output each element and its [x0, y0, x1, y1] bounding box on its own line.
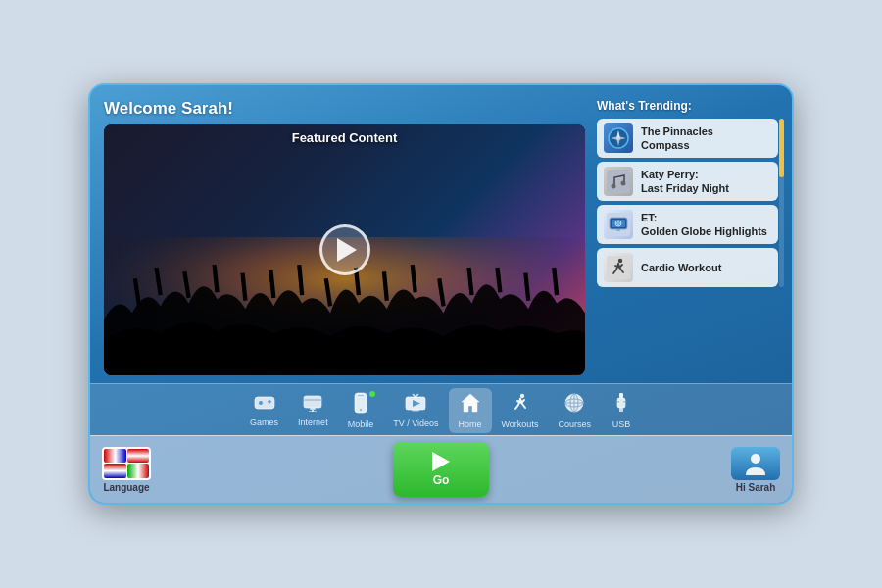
- trending-icon-workout: [604, 253, 633, 282]
- user-label: Hi Sarah: [736, 482, 776, 493]
- trending-item-et[interactable]: ET: Golden Globe Highlights: [597, 205, 778, 244]
- video-area[interactable]: Featured Content: [104, 124, 585, 375]
- svg-marker-30: [462, 394, 479, 412]
- nav-label-courses: Courses: [558, 419, 591, 429]
- nav-item-courses[interactable]: Courses: [548, 388, 601, 433]
- trending-icon-tv: [604, 210, 633, 239]
- left-panel: Welcome Sarah!: [104, 99, 585, 375]
- trending-text-pinnacles: The Pinnacles Compass: [641, 124, 713, 153]
- mobile-dot: [369, 391, 375, 397]
- svg-point-31: [520, 394, 524, 398]
- flag-piece-2: [127, 449, 150, 464]
- go-button[interactable]: Go: [393, 442, 489, 497]
- flag-piece-3: [104, 464, 126, 478]
- play-button[interactable]: [319, 224, 370, 275]
- svg-point-23: [360, 409, 362, 411]
- user-button[interactable]: Hi Sarah: [731, 447, 780, 493]
- mobile-icon: [354, 392, 368, 418]
- svg-rect-13: [255, 397, 274, 409]
- home-icon: [460, 392, 481, 418]
- usb-icon: [611, 392, 632, 418]
- svg-point-12: [618, 259, 622, 263]
- nav-item-mobile[interactable]: Mobile: [338, 388, 384, 433]
- trending-icon-compass: [604, 123, 633, 153]
- games-icon: [254, 394, 275, 416]
- nav-label-home: Home: [459, 419, 482, 429]
- svg-point-4: [621, 181, 626, 186]
- nav-label-usb: USB: [612, 419, 631, 429]
- nav-bar: Games Internet: [90, 383, 792, 435]
- svg-point-3: [612, 184, 616, 189]
- svg-rect-19: [310, 408, 316, 410]
- trending-item-pinnacles[interactable]: The Pinnacles Compass: [597, 119, 778, 158]
- svg-rect-2: [607, 170, 630, 193]
- nav-label-internet: Internet: [298, 417, 328, 427]
- trending-item-katy-perry[interactable]: Katy Perry: Last Friday Night: [597, 162, 778, 201]
- main-area: Welcome Sarah!: [90, 85, 792, 383]
- trending-text-et: ET: Golden Globe Highlights: [641, 211, 767, 239]
- svg-rect-41: [623, 401, 625, 403]
- flag-piece-1: [104, 449, 126, 464]
- courses-icon: [564, 392, 585, 418]
- internet-icon: [302, 394, 323, 416]
- svg-rect-40: [617, 401, 619, 403]
- trending-text-cardio: Cardio Workout: [641, 261, 721, 274]
- nav-label-workouts: Workouts: [502, 419, 539, 429]
- welcome-title: Welcome Sarah!: [104, 99, 585, 119]
- bottom-bar: Language Go Hi Sarah: [90, 435, 792, 503]
- nav-label-tv-videos: TV / Videos: [393, 418, 438, 428]
- nav-item-internet[interactable]: Internet: [288, 390, 338, 431]
- trending-list: The Pinnacles Compass: [597, 119, 778, 287]
- trending-text-katy-perry: Katy Perry: Last Friday Night: [641, 168, 729, 196]
- nav-label-games: Games: [250, 417, 278, 427]
- flag-icon: [102, 447, 151, 480]
- svg-rect-39: [619, 408, 623, 412]
- go-arrow-icon: [432, 452, 450, 471]
- nav-item-home[interactable]: Home: [449, 388, 492, 433]
- nav-item-usb[interactable]: USB: [601, 388, 642, 433]
- app-container: Welcome Sarah!: [88, 83, 794, 505]
- svg-point-42: [751, 454, 760, 464]
- language-label: Language: [103, 482, 149, 493]
- right-panel: What's Trending: The Pinnacles: [597, 99, 778, 375]
- svg-rect-37: [617, 398, 625, 408]
- svg-point-14: [259, 401, 263, 405]
- svg-rect-24: [358, 395, 364, 396]
- svg-rect-16: [269, 400, 270, 404]
- trending-icon-music: [604, 167, 633, 196]
- svg-rect-10: [616, 229, 620, 231]
- go-label: Go: [433, 473, 450, 487]
- nav-item-games[interactable]: Games: [240, 390, 288, 431]
- play-icon: [337, 238, 357, 262]
- trending-item-cardio[interactable]: Cardio Workout: [597, 248, 778, 287]
- tv-videos-icon: [405, 393, 426, 417]
- language-button[interactable]: Language: [102, 447, 151, 493]
- svg-rect-17: [304, 396, 321, 408]
- flag-piece-4: [127, 464, 150, 478]
- svg-rect-38: [619, 393, 623, 398]
- svg-rect-29: [412, 410, 419, 412]
- user-icon: [731, 447, 780, 480]
- trending-title: What's Trending:: [597, 99, 778, 113]
- workouts-icon: [509, 392, 530, 418]
- nav-label-mobile: Mobile: [348, 419, 374, 429]
- nav-item-tv-videos[interactable]: TV / Videos: [383, 389, 448, 432]
- nav-item-workouts[interactable]: Workouts: [492, 388, 549, 433]
- featured-label: Featured Content: [292, 130, 398, 145]
